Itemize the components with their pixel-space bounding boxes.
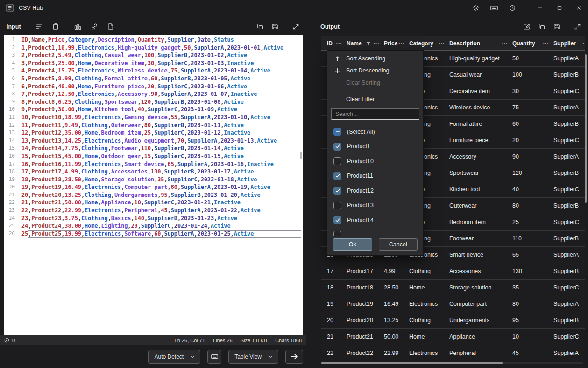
copy-icon[interactable]	[255, 22, 265, 32]
table-row[interactable]: 18Product1828.50HomeStorage solution35Su…	[321, 280, 585, 296]
filter-option[interactable]	[327, 228, 423, 237]
copy-icon[interactable]	[537, 22, 547, 32]
view-select[interactable]: Table View	[228, 350, 278, 364]
table-cell: SupplierB	[553, 235, 585, 242]
column-menu-button[interactable]: ⋯	[502, 41, 508, 47]
horizontal-scrollbar[interactable]	[321, 362, 503, 364]
expand-icon[interactable]	[572, 22, 582, 32]
filter-option-product1[interactable]: Product1	[327, 139, 423, 154]
checkbox-unchecked[interactable]	[333, 231, 341, 236]
column-menu-button[interactable]: ⋯	[336, 41, 342, 47]
editor-lines: 1ID,Name,Price,Category,Description,Quan…	[4, 36, 303, 238]
line-content: 1,Product1,10.99,Electronics,High-qualit…	[21, 44, 283, 52]
table-cell: 22	[321, 350, 347, 356]
table-cell: Furniture piece	[449, 137, 512, 144]
table-cell: 95	[512, 317, 553, 324]
save-icon[interactable]	[552, 22, 562, 32]
minimize-button[interactable]	[531, 0, 550, 16]
ok-button[interactable]: Ok	[333, 238, 372, 251]
column-menu-button[interactable]: ⋯	[439, 41, 445, 47]
column-header-name[interactable]: Name⋯	[347, 36, 384, 51]
close-button[interactable]	[569, 0, 588, 16]
table-row[interactable]: 19Product1916.49ElectronicsComputer part…	[321, 296, 585, 312]
table-row[interactable]: 22Product2222.99ElectronicsPeripheral45S…	[321, 345, 585, 360]
table-cell: Smart device	[449, 252, 512, 258]
table-row[interactable]: 21Product2150.00HomeAppliance10SupplierC	[321, 329, 585, 345]
checkbox-checked[interactable]	[333, 216, 341, 224]
table-cell: Formal attire	[449, 121, 512, 127]
table-cell: SupplierC	[553, 333, 585, 340]
filter-search-input[interactable]	[331, 108, 419, 120]
file-icon[interactable]	[106, 22, 116, 32]
name-column-filter-menu: Sort AscendingSort DescendingClear Sorti…	[327, 50, 424, 256]
keyboard-icon[interactable]	[489, 3, 499, 13]
checkbox-checked[interactable]	[333, 172, 341, 180]
menu-item-sort-ascending[interactable]: Sort Ascending	[327, 52, 423, 65]
link-icon[interactable]	[89, 22, 99, 32]
checkbox-indeterminate[interactable]	[333, 128, 341, 136]
filter-option-product13[interactable]: Product13	[327, 198, 423, 213]
table-cell: Undergarments	[449, 317, 512, 324]
column-header-supplier[interactable]: Supplier⋯	[553, 36, 585, 51]
column-header-category[interactable]: Category⋯	[409, 36, 449, 51]
run-convert-button[interactable]	[285, 350, 303, 364]
column-header-id[interactable]: ID⋯	[321, 36, 347, 51]
column-header-description[interactable]: Description⋯	[449, 36, 512, 51]
table-cell: SupplierC	[553, 219, 585, 225]
maximize-button[interactable]	[550, 0, 569, 16]
checkbox-checked[interactable]	[333, 187, 341, 195]
edit-export-icon[interactable]	[522, 22, 532, 32]
save-icon[interactable]	[270, 22, 280, 32]
column-menu-button[interactable]: ⋯	[582, 41, 585, 47]
column-menu-button[interactable]: ⋯	[398, 41, 404, 47]
table-cell: Computer part	[449, 301, 512, 307]
column-header-quantity[interactable]: Quantity⋯	[512, 36, 553, 51]
table-cell: 80	[512, 202, 553, 209]
column-menu-button[interactable]: ⋯	[373, 41, 379, 47]
table-cell: Bedroom item	[449, 219, 512, 225]
history-clock-icon[interactable]	[507, 3, 517, 13]
table-cell: 22.99	[384, 350, 409, 356]
column-menu-button[interactable]: ⋯	[543, 41, 549, 47]
checkbox-unchecked[interactable]	[333, 157, 341, 165]
checkbox-checked[interactable]	[333, 143, 341, 151]
checkbox-unchecked[interactable]	[333, 202, 341, 209]
vertical-scrollbar[interactable]	[585, 54, 587, 203]
table-cell: Peripheral	[449, 350, 512, 356]
line-number: 13	[4, 129, 21, 137]
editor-line: 1211,Product11,9.49,Clothing,Outerwear,8…	[4, 122, 303, 130]
line-content: 20,Product20,13.25,Clothing,Undergarment…	[21, 191, 261, 199]
format-select[interactable]: Auto Detect	[148, 350, 200, 364]
table-row[interactable]: 17Product174.99ClothingAccessories130Sup…	[321, 263, 585, 280]
input-panel: Input	[0, 16, 306, 368]
scroll-marker	[300, 152, 302, 159]
filter-option-product10[interactable]: Product10	[327, 154, 423, 169]
table-cell: Accessories	[449, 268, 512, 274]
input-toolbar: Input	[0, 16, 306, 35]
line-count: Lines 26	[213, 338, 233, 343]
expand-icon[interactable]	[290, 22, 301, 32]
column-header-price[interactable]: Price⋯	[384, 36, 409, 51]
line-content: 10,Product10,18.99,Electronics,Gaming de…	[21, 114, 270, 122]
columns-chart-icon[interactable]	[73, 22, 83, 32]
table-cell: Electronics	[409, 301, 449, 307]
paste-clipboard-icon[interactable]	[50, 22, 61, 32]
filter-option-select-all[interactable]: (Select All)	[327, 124, 423, 139]
editor-line: 1514,Product14,7.75,Clothing,Footwear,11…	[4, 144, 303, 152]
filter-option-product12[interactable]: Product12	[327, 183, 423, 198]
filter-option-product11[interactable]: Product11	[327, 169, 423, 184]
table-row[interactable]: 20Product2013.25ClothingUndergarments95S…	[321, 312, 585, 329]
editor-line: 65,Product5,8.99,Clothing,Formal attire,…	[4, 75, 303, 83]
problems-icon[interactable]	[4, 337, 10, 343]
table-cell: Home	[409, 333, 449, 340]
table-cell: 50	[512, 55, 553, 62]
settings-gear-icon[interactable]	[471, 3, 481, 13]
filter-option-product14[interactable]: Product14	[327, 213, 423, 228]
format-lines-icon[interactable]	[34, 22, 44, 32]
cancel-button[interactable]: Cancel	[379, 238, 418, 251]
menu-item-sort-descending[interactable]: Sort Descending	[327, 65, 423, 77]
csv-editor[interactable]: 1ID,Name,Price,Category,Description,Quan…	[4, 35, 303, 335]
keyboard-toggle-button[interactable]	[207, 350, 221, 364]
table-cell: Storage solution	[449, 284, 512, 291]
menu-item-clear-filter[interactable]: Clear Filter	[327, 93, 423, 105]
